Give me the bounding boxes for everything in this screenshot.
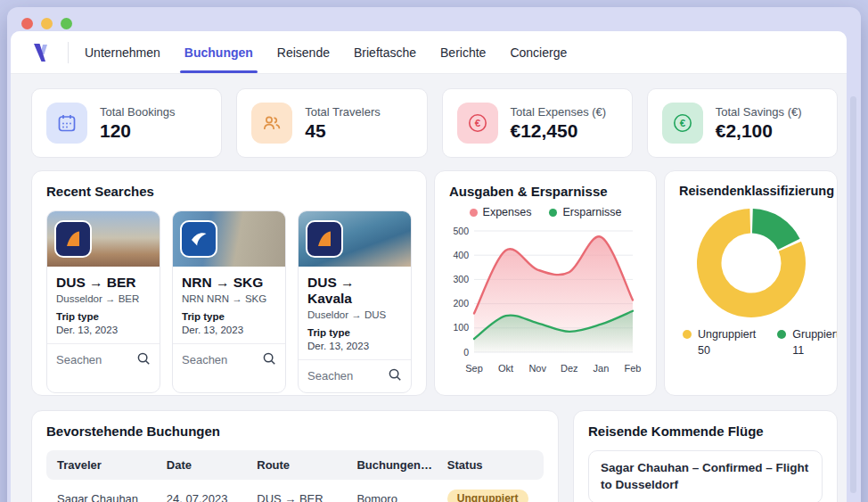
- stat-label: Total Bookings: [100, 105, 176, 119]
- stat-value: 45: [305, 120, 381, 142]
- search-again-label: Seachen: [182, 353, 227, 366]
- donut-legend: Ungruppiert 50 Gruppiert 11: [679, 328, 823, 357]
- stat-card-savings: € Total Savings (€) €2,100: [647, 88, 838, 158]
- svg-text:Jan: Jan: [594, 363, 610, 374]
- stat-label: Total Savings (€): [716, 105, 802, 119]
- trip-date: Der. 13, 2023: [182, 325, 276, 335]
- stat-text: Total Bookings 120: [100, 105, 176, 142]
- zoom-window-button[interactable]: [61, 18, 72, 29]
- area-chart: 0100200300400500SepOktNovDezJanFeb: [449, 222, 643, 379]
- upcoming-flights-title: Reisende Kommende Flüge: [588, 424, 823, 439]
- expenses-savings-chart-card: Ausgaben & Ersparnisse Expenses Ersparni…: [434, 170, 657, 396]
- svg-text:Okt: Okt: [498, 363, 513, 374]
- svg-text:Dez: Dez: [561, 363, 578, 374]
- svg-text:Nov: Nov: [528, 363, 546, 374]
- legend-dot-ungruppiert: [683, 330, 692, 339]
- svg-text:100: 100: [453, 322, 469, 333]
- stat-label: Total Expenses (€): [511, 105, 607, 119]
- search-card-body: DUS → Kavala Duseldor → DUS Trip type De…: [299, 267, 411, 360]
- recent-searches-card: Recent Searches DUS → BER Dusseldor → BE…: [31, 170, 427, 396]
- stat-text: Total Expenses (€) €12,450: [511, 105, 607, 142]
- legend-label: Expenses: [483, 206, 532, 218]
- close-window-button[interactable]: [21, 18, 33, 29]
- nav-divider: [68, 42, 69, 63]
- donut-chart: [692, 203, 811, 323]
- minimize-window-button[interactable]: [41, 18, 53, 29]
- svg-text:0: 0: [463, 347, 469, 358]
- flight-list-item[interactable]: Sagar Chauhan – Confirmed – Flight to Du…: [588, 450, 823, 502]
- nav-item-reisende[interactable]: Reisende: [277, 32, 330, 73]
- search-card-dus-kavala: DUS → Kavala Duseldor → DUS Trip type De…: [298, 210, 412, 393]
- cell-traveler: Sagar Chauhan: [57, 492, 167, 502]
- legend-value: 50: [698, 344, 756, 357]
- search-card-body: NRN → SKG NRN NRN → SKG Trip type Der. 1…: [173, 267, 285, 344]
- recent-searches-grid: DUS → BER Dusseldor → BER Trip type Der.…: [46, 210, 412, 393]
- legend-dot-expenses: [470, 209, 478, 217]
- cell-route: DUS → BER: [257, 492, 356, 502]
- traffic-lights: [21, 18, 72, 29]
- search-again-button[interactable]: Seachen: [47, 344, 160, 376]
- stat-card-expenses: € Total Expenses (€) €12,450: [442, 88, 633, 158]
- vertical-scrollbar[interactable]: [850, 96, 856, 493]
- window-titlebar: [7, 7, 861, 31]
- svg-text:€: €: [474, 118, 480, 128]
- column-date: Date: [167, 458, 257, 472]
- chart-title: Ausgaben & Ersparnisse: [449, 184, 642, 199]
- travelers-icon: [251, 103, 292, 144]
- route-subtitle: Duseldor → DUS: [307, 309, 402, 320]
- app-panel: Unternehmen Buchungen Reisende Brieftasc…: [11, 31, 847, 502]
- legend-item-ersparnisse: Ersparnisse: [549, 206, 621, 218]
- euro-circle-icon: €: [457, 103, 498, 144]
- airline-bird-logo-icon: [180, 220, 217, 258]
- stat-value: €12,450: [511, 120, 607, 142]
- legend-dot-ersparnisse: [549, 209, 557, 217]
- magnifier-icon: [262, 351, 276, 368]
- route-title: DUS → Kavala: [307, 275, 402, 307]
- brand-logo-icon: [32, 43, 55, 62]
- stat-text: Total Travelers 45: [305, 105, 381, 142]
- nav-item-concierge[interactable]: Concierge: [510, 32, 567, 73]
- recent-searches-title: Recent Searches: [46, 184, 412, 199]
- airline-tailfin-logo-icon: [306, 220, 343, 258]
- app-window: Unternehmen Buchungen Reisende Brieftasc…: [7, 7, 861, 502]
- svg-text:200: 200: [453, 298, 469, 309]
- stats-row: Total Bookings 120 Total Tra: [31, 88, 838, 158]
- search-again-button[interactable]: Seachen: [173, 344, 285, 376]
- magnifier-icon: [136, 351, 151, 368]
- svg-text:€: €: [680, 118, 686, 128]
- search-card-dus-ber: DUS → BER Dusseldor → BER Trip type Der.…: [46, 210, 160, 393]
- legend-label: Ungruppiert: [698, 328, 756, 341]
- traveler-classification-card: Reisendenklassifizierung Ungruppiert 50: [664, 170, 838, 396]
- column-route: Route: [257, 458, 356, 472]
- table-header-row: Traveler Date Route Buchungen… Status: [46, 450, 544, 480]
- route-title: DUS → BER: [56, 275, 151, 291]
- magnifier-icon: [388, 367, 402, 384]
- nav-item-berichte[interactable]: Berichte: [440, 32, 486, 73]
- donut-title: Reisendenklassifizierung: [679, 184, 823, 198]
- trip-type-label: Trip type: [307, 327, 402, 338]
- search-again-button[interactable]: Seachen: [299, 360, 411, 392]
- status-badge: Ungruppiert: [447, 490, 533, 502]
- cell-date: 24. 07.2023: [167, 492, 257, 502]
- column-traveler: Traveler: [57, 458, 167, 472]
- search-again-label: Seachen: [307, 369, 353, 383]
- trip-type-label: Trip type: [56, 311, 151, 322]
- airline-tailfin-logo-icon: [54, 220, 92, 258]
- legend-item-gruppiert: Gruppiert 11: [777, 328, 838, 357]
- legend-value: 11: [792, 344, 838, 357]
- stat-label: Total Travelers: [305, 105, 381, 119]
- table-row[interactable]: Sagar Chauhan 24. 07.2023 DUS → BER Bomo…: [46, 480, 544, 502]
- destination-image: [299, 211, 411, 267]
- stat-value: €2,100: [716, 120, 802, 142]
- stat-text: Total Savings (€) €2,100: [716, 105, 802, 142]
- dashboard-main: Total Bookings 120 Total Tra: [11, 74, 847, 502]
- nav-item-unternehmen[interactable]: Unternehmen: [85, 32, 160, 73]
- nav-item-buchungen[interactable]: Buchungen: [184, 32, 253, 73]
- search-again-label: Seachen: [56, 353, 102, 366]
- route-subtitle: Dusseldor → BER: [56, 293, 151, 304]
- bookings-table: Traveler Date Route Buchungen… Status Sa…: [46, 450, 544, 502]
- nav-item-brieftasche[interactable]: Brieftasche: [354, 32, 416, 73]
- middle-row: Recent Searches DUS → BER Dusseldor → BE…: [31, 170, 838, 396]
- calendar-icon: [46, 103, 87, 144]
- destination-image: [173, 211, 285, 267]
